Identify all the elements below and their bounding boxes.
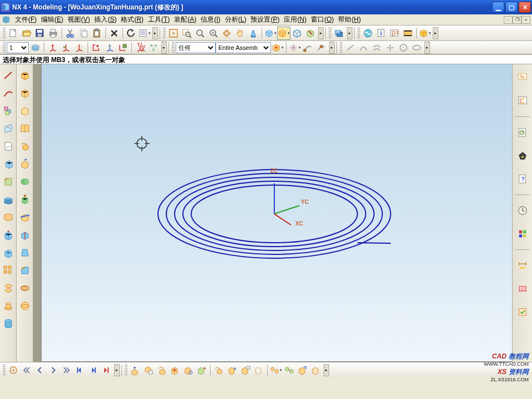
wcs-orient-button[interactable] xyxy=(90,41,103,54)
pattern-icon[interactable] xyxy=(2,264,15,277)
explode-btn1[interactable]: ▾ xyxy=(269,364,283,377)
wcs-display-button[interactable]: YCXC xyxy=(134,41,147,54)
offset-face-icon[interactable] xyxy=(18,157,32,171)
toolbar-overflow-icon[interactable]: ▸ xyxy=(424,42,430,54)
toolbar-grip[interactable] xyxy=(125,365,127,376)
mdi-minimize-button[interactable]: - xyxy=(504,16,513,24)
menu-h[interactable]: 帮助(H) xyxy=(336,15,363,24)
cut-button[interactable] xyxy=(64,27,77,40)
menu-v[interactable]: 视图(V) xyxy=(65,15,92,24)
sketch-arc-icon[interactable] xyxy=(2,86,15,100)
fit-view-button[interactable] xyxy=(167,27,180,40)
new-file-button[interactable] xyxy=(7,27,20,40)
unite-icon[interactable] xyxy=(18,175,32,188)
history-icon[interactable] xyxy=(515,125,530,140)
zoom-in-out-button[interactable] xyxy=(207,27,220,40)
assembly-btn1[interactable] xyxy=(129,364,142,377)
toolbar-grip[interactable] xyxy=(3,365,6,376)
wcs-csys-button[interactable] xyxy=(103,41,116,54)
shell-icon[interactable] xyxy=(2,157,15,171)
menu-s[interactable]: 插入(S) xyxy=(92,15,119,24)
menu-t[interactable]: 工具(T) xyxy=(146,15,172,24)
see-thru-button[interactable] xyxy=(290,27,304,40)
section-view-button[interactable] xyxy=(304,27,317,40)
toolbar-grip[interactable] xyxy=(329,28,331,39)
sphere-icon[interactable] xyxy=(18,299,32,313)
nav-back-icon[interactable] xyxy=(33,364,47,377)
datum-plane-icon[interactable] xyxy=(2,104,15,117)
assembly-btn2[interactable] xyxy=(142,364,155,377)
help-icon[interactable]: ? xyxy=(515,171,530,187)
toolbar-overflow-icon[interactable]: ▸ xyxy=(347,27,352,39)
menu-l[interactable]: 分析(L) xyxy=(223,15,249,24)
wcs-save-button[interactable] xyxy=(116,41,130,54)
edge-blend-icon[interactable] xyxy=(2,175,15,188)
instance-icon[interactable] xyxy=(18,140,32,153)
print-button[interactable] xyxy=(47,27,60,40)
zoom-area-button[interactable] xyxy=(180,27,193,40)
sketch-line-icon[interactable] xyxy=(2,69,15,82)
start-button[interactable]: ▾ xyxy=(418,27,432,40)
box-primitive-icon[interactable] xyxy=(18,69,32,82)
menu-n[interactable]: 应用(N) xyxy=(282,15,309,24)
wcs-origin-button[interactable] xyxy=(59,41,73,54)
subtract-icon[interactable] xyxy=(18,193,32,206)
assembly-btn6[interactable] xyxy=(195,364,208,377)
undo-list-button[interactable]: ▾ xyxy=(138,27,151,40)
snap-mid-button[interactable] xyxy=(315,41,328,54)
nav-skip-fwd-icon[interactable] xyxy=(86,364,100,377)
menu-p[interactable]: 预设置(P) xyxy=(248,15,282,24)
assembly-btn3[interactable] xyxy=(155,364,168,377)
toolbar-overflow-icon[interactable]: ▸ xyxy=(114,364,120,376)
toolbar-grip[interactable] xyxy=(3,28,6,39)
minimize-button[interactable]: ▁ xyxy=(492,2,504,13)
movie-button[interactable] xyxy=(401,27,415,40)
graphics-viewport[interactable]: ZC YC XC xyxy=(42,64,512,361)
menu-f[interactable]: 文件(F) xyxy=(13,15,39,24)
draft-icon[interactable] xyxy=(18,246,32,259)
menu-i[interactable]: 信息(I) xyxy=(198,15,222,24)
explode-btn4[interactable] xyxy=(309,364,323,377)
line-tool-button[interactable] xyxy=(344,41,357,54)
nav-skip-back-icon[interactable] xyxy=(73,364,86,377)
zoom-dynamic-button[interactable] xyxy=(193,27,207,40)
menu-r[interactable]: 格式(R) xyxy=(119,15,146,24)
explode-btn2[interactable] xyxy=(283,364,296,377)
thicken-icon[interactable] xyxy=(18,282,32,295)
layers-button[interactable] xyxy=(29,41,42,54)
shaded-view-button[interactable]: ▾ xyxy=(264,27,277,40)
toolbar-overflow-icon[interactable]: ▸ xyxy=(152,27,158,39)
selection-filter-combo[interactable]: 1 xyxy=(7,42,29,53)
toolbar-grip[interactable] xyxy=(357,28,360,39)
block-icon[interactable] xyxy=(18,86,32,100)
database-icon[interactable] xyxy=(2,317,15,330)
undo-button[interactable] xyxy=(125,27,138,40)
toolbar-overflow-icon[interactable]: ▸ xyxy=(324,364,329,376)
check-icon[interactable] xyxy=(515,304,530,320)
arc2-tool-button[interactable] xyxy=(370,41,383,54)
layer-settings-button[interactable] xyxy=(332,27,346,40)
nav-first-icon[interactable] xyxy=(7,364,20,377)
trim-tool-button[interactable] xyxy=(383,41,397,54)
component-btn3[interactable] xyxy=(239,364,252,377)
assembly-navigator-icon[interactable] xyxy=(515,93,530,109)
sketch-icon[interactable] xyxy=(2,122,15,135)
nav-forward-icon[interactable] xyxy=(47,364,60,377)
revolve-icon[interactable] xyxy=(2,193,15,206)
trim-body-icon[interactable] xyxy=(18,211,32,224)
menu-a[interactable]: 装配(A) xyxy=(172,15,198,24)
mirror-icon[interactable] xyxy=(2,282,15,295)
selection-scope-button[interactable]: ▾ xyxy=(271,41,284,54)
rotate-view-button[interactable] xyxy=(220,27,233,40)
component-btn2[interactable] xyxy=(226,364,239,377)
wireframe-view-button[interactable]: ▾ xyxy=(277,27,290,40)
toolbar-overflow-icon[interactable]: ▸ xyxy=(318,27,324,39)
arc-tool-button[interactable] xyxy=(357,41,370,54)
save-button[interactable] xyxy=(33,27,47,40)
page-icon[interactable] xyxy=(2,140,15,153)
copy-button[interactable] xyxy=(77,27,90,40)
explode-btn3[interactable] xyxy=(296,364,309,377)
nav-ffwd-icon[interactable] xyxy=(60,364,73,377)
set-wcs-button[interactable] xyxy=(147,41,160,54)
sweep-icon[interactable] xyxy=(2,211,15,224)
